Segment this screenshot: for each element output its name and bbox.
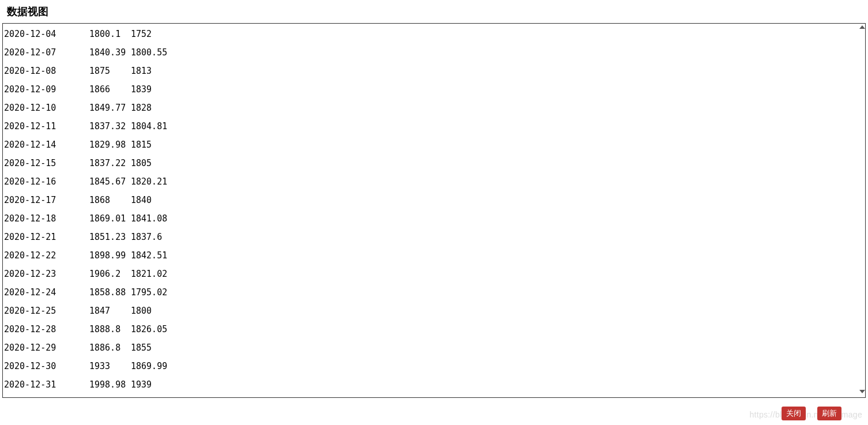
cell-value1: 1800.1 bbox=[89, 29, 131, 39]
cell-value2: 1804.81 bbox=[131, 121, 167, 131]
table-row[interactable]: 2020-12-0918661839 bbox=[4, 80, 864, 99]
cell-date: 2020-12-24 bbox=[4, 287, 89, 298]
table-row[interactable]: 2020-12-151837.221805 bbox=[4, 154, 864, 172]
cell-value2: 1805 bbox=[131, 158, 152, 168]
cell-date: 2020-12-28 bbox=[4, 324, 89, 334]
cell-date: 2020-12-23 bbox=[4, 269, 89, 279]
cell-value2: 1842.51 bbox=[131, 250, 167, 261]
cell-value2: 1821.02 bbox=[131, 269, 167, 279]
cell-date: 2020-12-18 bbox=[4, 213, 89, 224]
table-row[interactable]: 2020-12-141829.981815 bbox=[4, 136, 864, 154]
cell-date: 2020-12-07 bbox=[4, 47, 89, 58]
table-row[interactable]: 2020-12-161845.671820.21 bbox=[4, 172, 864, 191]
cell-date: 2020-12-16 bbox=[4, 176, 89, 187]
footer-buttons: 关闭 刷新 bbox=[782, 407, 841, 420]
cell-value1: 1847 bbox=[89, 306, 131, 316]
cell-date: 2020-12-09 bbox=[4, 84, 89, 95]
cell-value2: 1828 bbox=[131, 103, 152, 113]
table-row[interactable]: 2020-12-231906.21821.02 bbox=[4, 265, 864, 283]
cell-value1: 1845.67 bbox=[89, 176, 131, 187]
cell-value1: 1888.8 bbox=[89, 324, 131, 334]
cell-value2: 1840 bbox=[131, 195, 152, 205]
cell-date: 2020-12-04 bbox=[4, 29, 89, 39]
cell-date: 2020-12-29 bbox=[4, 343, 89, 353]
table-row[interactable]: 2020-12-2518471800 bbox=[4, 302, 864, 320]
cell-value1: 1998.98 bbox=[89, 379, 131, 390]
cell-date: 2020-12-25 bbox=[4, 306, 89, 316]
close-button[interactable]: 关闭 bbox=[782, 407, 806, 420]
svg-marker-1 bbox=[859, 390, 865, 393]
cell-value1: 1851.23 bbox=[89, 232, 131, 242]
cell-value1: 1898.99 bbox=[89, 250, 131, 261]
cell-value1: 1866 bbox=[89, 84, 131, 95]
cell-date: 2020-12-21 bbox=[4, 232, 89, 242]
cell-value2: 1815 bbox=[131, 140, 152, 150]
cell-date: 2020-12-31 bbox=[4, 379, 89, 390]
svg-marker-0 bbox=[859, 25, 865, 29]
table-row[interactable]: 2020-12-0818751813 bbox=[4, 62, 864, 80]
cell-date: 2020-12-14 bbox=[4, 140, 89, 150]
page-title: 数据视图 bbox=[0, 0, 868, 23]
table-row[interactable]: 2020-12-181869.011841.08 bbox=[4, 209, 864, 228]
cell-value1: 1868 bbox=[89, 195, 131, 205]
cell-value2: 1752 bbox=[131, 29, 152, 39]
cell-value1: 1875 bbox=[89, 66, 131, 76]
table-row[interactable]: 2020-12-3019331869.99 bbox=[4, 357, 864, 375]
cell-value2: 1855 bbox=[131, 343, 152, 353]
data-content[interactable]: 2020-12-041800.117522020-12-071840.39180… bbox=[3, 24, 865, 395]
cell-value2: 1800.55 bbox=[131, 47, 167, 58]
data-view-textarea[interactable]: 2020-12-041800.117522020-12-071840.39180… bbox=[2, 23, 866, 398]
table-row[interactable]: 2020-12-111837.321804.81 bbox=[4, 117, 864, 136]
scroll-up-icon[interactable] bbox=[858, 23, 867, 31]
scroll-down-icon[interactable] bbox=[858, 388, 867, 396]
table-row[interactable]: 2020-12-281888.81826.05 bbox=[4, 320, 864, 339]
cell-value2: 1837.6 bbox=[131, 232, 162, 242]
table-row[interactable]: 2020-12-291886.81855 bbox=[4, 339, 864, 357]
table-row[interactable]: 2020-12-211851.231837.6 bbox=[4, 228, 864, 246]
cell-value1: 1933 bbox=[89, 361, 131, 371]
refresh-button[interactable]: 刷新 bbox=[817, 407, 841, 420]
cell-value1: 1829.98 bbox=[89, 140, 131, 150]
cell-date: 2020-12-08 bbox=[4, 66, 89, 76]
cell-value1: 1849.77 bbox=[89, 103, 131, 113]
cell-value2: 1820.21 bbox=[131, 176, 167, 187]
cell-value1: 1840.39 bbox=[89, 47, 131, 58]
cell-value2: 1841.08 bbox=[131, 213, 167, 224]
cell-date: 2020-12-17 bbox=[4, 195, 89, 205]
cell-date: 2020-12-10 bbox=[4, 103, 89, 113]
table-row[interactable]: 2020-12-1718681840 bbox=[4, 191, 864, 209]
cell-date: 2020-12-22 bbox=[4, 250, 89, 261]
table-row[interactable]: 2020-12-071840.391800.55 bbox=[4, 43, 864, 62]
cell-value1: 1886.8 bbox=[89, 343, 131, 353]
table-row[interactable]: 2020-12-241858.881795.02 bbox=[4, 283, 864, 302]
cell-date: 2020-12-30 bbox=[4, 361, 89, 371]
cell-value2: 1826.05 bbox=[131, 324, 167, 334]
cell-value2: 1795.02 bbox=[131, 287, 167, 298]
cell-value2: 1839 bbox=[131, 84, 152, 95]
cell-value2: 1800 bbox=[131, 306, 152, 316]
cell-value1: 1837.22 bbox=[89, 158, 131, 168]
cell-value1: 1906.2 bbox=[89, 269, 131, 279]
cell-date: 2020-12-15 bbox=[4, 158, 89, 168]
cell-date: 2020-12-11 bbox=[4, 121, 89, 131]
table-row[interactable]: 2020-12-101849.771828 bbox=[4, 99, 864, 117]
table-row[interactable]: 2020-12-311998.981939 bbox=[4, 375, 864, 394]
cell-value1: 1837.32 bbox=[89, 121, 131, 131]
cell-value1: 1858.88 bbox=[89, 287, 131, 298]
cell-value2: 1939 bbox=[131, 379, 152, 390]
table-row[interactable]: 2020-12-221898.991842.51 bbox=[4, 246, 864, 265]
cell-value1: 1869.01 bbox=[89, 213, 131, 224]
cell-value2: 1813 bbox=[131, 66, 152, 76]
cell-value2: 1869.99 bbox=[131, 361, 167, 371]
table-row[interactable]: 2020-12-041800.11752 bbox=[4, 25, 864, 43]
